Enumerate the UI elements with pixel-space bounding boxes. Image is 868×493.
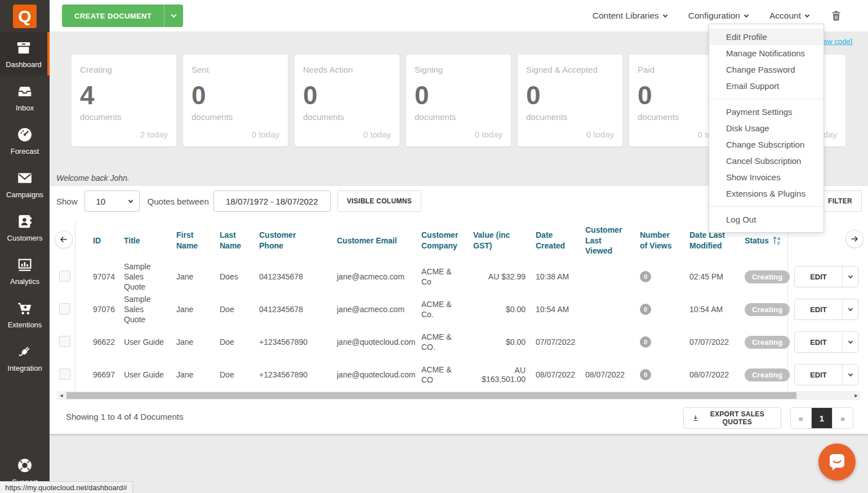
sidebar-item-integration[interactable]: Integration [0,336,50,379]
cell-id: 96697 [86,370,117,379]
pagination-current-page[interactable]: 1 [811,408,833,428]
col-header-last-name[interactable]: Last Name [215,230,255,251]
edit-dropdown-toggle[interactable] [842,267,858,287]
date-range-input[interactable] [213,190,331,212]
export-sales-quotes-button[interactable]: EXPORT SALES QUOTES [683,407,781,429]
edit-button[interactable]: EDIT [795,332,842,352]
col-header-number-of-views[interactable]: Number of Views [627,230,675,251]
support-chat-button[interactable] [818,443,856,481]
chat-bubble-icon [827,452,847,472]
pagination-prev-button[interactable]: « [791,408,811,428]
menu-divider [709,206,824,207]
menu-item-change-password[interactable]: Change Password [709,61,824,78]
sidebar-item-dashboard[interactable]: Dashboard [0,32,50,75]
stat-card-signed-accepted[interactable]: Signed & Accepted 0 documents 0 today [518,55,622,146]
cell-first-name: Jane [171,272,215,281]
cell-customer-company: ACME & CO. [418,332,470,352]
scrollbar-left-arrow[interactable]: ◄ [57,393,65,398]
menu-item-cancel-subscription[interactable]: Cancel Subscription [709,153,824,169]
app-logo[interactable]: Q [0,0,50,32]
stat-card-needs-action[interactable]: Needs Action 0 documents 0 today [295,55,399,146]
col-header-customer-company[interactable]: Customer Company [418,230,470,251]
inbox-icon [16,83,33,100]
menu-item-change-subscription[interactable]: Change Subscription [709,136,824,153]
scroll-columns-left-button[interactable] [55,230,73,248]
col-header-value[interactable]: Value (inc GST) [470,230,527,251]
edit-dropdown-toggle[interactable] [842,332,858,352]
chevron-down-icon [744,12,749,17]
visible-columns-button[interactable]: VISIBLE COLUMNS [337,190,421,212]
trash-button[interactable] [830,10,842,22]
card-footer: 0 today [363,130,391,139]
cell-date-created: 08/07/2022 [527,370,577,379]
menu-item-log-out[interactable]: Log Out [709,211,824,228]
menu-item-disk-usage[interactable]: Disk Usage [709,120,824,136]
col-header-date-last-modified[interactable]: Date Last Modified [675,230,733,251]
menu-item-payment-settings[interactable]: Payment Settings [709,104,824,120]
col-header-status[interactable]: Status A Z [733,236,787,246]
col-header-customer-email[interactable]: Customer Email [333,236,418,246]
stat-card-signing[interactable]: Signing 0 documents 0 today [406,55,511,146]
menu-item-manage-notifications[interactable]: Manage Notifications [709,45,824,61]
col-header-customer-phone[interactable]: Customer Phone [255,230,333,251]
edit-button[interactable]: EDIT [795,267,842,287]
nav-content-libraries[interactable]: Content Libraries [593,11,667,21]
row-edit-button: EDIT [794,331,858,353]
scrollbar-thumb[interactable] [66,392,796,399]
menu-item-edit-profile[interactable]: Edit Profile [709,29,824,45]
cell-last-name: Does [215,272,255,281]
sidebar-item-forecast[interactable]: Forecast [0,119,50,162]
scrollbar-right-arrow[interactable]: ► [852,393,860,398]
col-header-id[interactable]: ID [86,236,117,246]
cell-value: AU $32.99 [470,272,527,281]
row-checkbox[interactable] [59,336,70,347]
svg-text:Z: Z [777,241,780,245]
create-document-button[interactable]: CREATE DOCUMENT [62,5,183,27]
cell-date-created: 10:54 AM [527,305,577,314]
create-document-dropdown-toggle[interactable] [164,5,183,27]
row-checkbox[interactable] [59,368,70,380]
welcome-message: Welcome back John. [56,174,130,183]
arrow-right-icon [850,234,859,243]
sidebar-item-label: Campaigns [6,190,43,199]
menu-item-extensions-plugins[interactable]: Extensions & Plugins [709,185,824,202]
cell-title: User Guide [117,337,171,347]
filter-button[interactable]: FILTER [818,190,862,212]
card-value: 0 [192,82,279,108]
edit-dropdown-toggle[interactable] [842,365,858,385]
download-icon [693,414,698,422]
page-size-select[interactable]: 10 [84,190,140,212]
create-document-label[interactable]: CREATE DOCUMENT [62,5,164,27]
menu-item-email-support[interactable]: Email Support [709,78,824,94]
edit-button[interactable]: EDIT [795,299,842,319]
col-header-date-created[interactable]: Date Created [527,230,577,251]
stat-card-sent[interactable]: Sent 0 documents 0 today [183,55,288,146]
card-unit: documents [192,112,279,122]
row-checkbox[interactable] [59,303,70,314]
menu-item-show-invoices[interactable]: Show Invoices [709,169,824,185]
sidebar-item-analytics[interactable]: Analytics [0,249,50,292]
col-header-title[interactable]: Title [117,236,171,246]
edit-dropdown-toggle[interactable] [842,299,858,319]
col-header-customer-last-viewed[interactable]: Customer Last Viewed [577,225,627,257]
chevron-down-icon [805,12,809,17]
scroll-columns-right-button[interactable] [845,230,863,248]
nav-configuration[interactable]: Configuration [688,11,748,21]
cell-title: User Guide [117,370,171,380]
cell-customer-last-viewed: 08/07/2022 [577,370,627,379]
sidebar-item-inbox[interactable]: Inbox [0,75,50,119]
sidebar-item-extentions[interactable]: Extentions [0,292,50,336]
account-dropdown-menu: Edit Profile Manage Notifications Change… [709,24,824,233]
cell-title: Sample Sales Quote [117,261,171,292]
row-checkbox[interactable] [59,270,70,282]
sidebar-item-customers[interactable]: Customers [0,206,50,249]
col-header-first-name[interactable]: First Name [171,230,215,251]
pagination-next-button[interactable]: » [833,408,853,428]
sidebar-item-campaigns[interactable]: Campaigns [0,162,50,206]
edit-button[interactable]: EDIT [795,365,842,385]
horizontal-scrollbar[interactable]: ◄ ► [57,391,860,400]
sort-az-icon[interactable]: A Z [773,236,780,245]
stat-card-creating[interactable]: Creating 4 documents 2 today [72,55,176,146]
nav-account[interactable]: Account [769,11,809,21]
card-label: Signed & Accepted [526,65,614,75]
